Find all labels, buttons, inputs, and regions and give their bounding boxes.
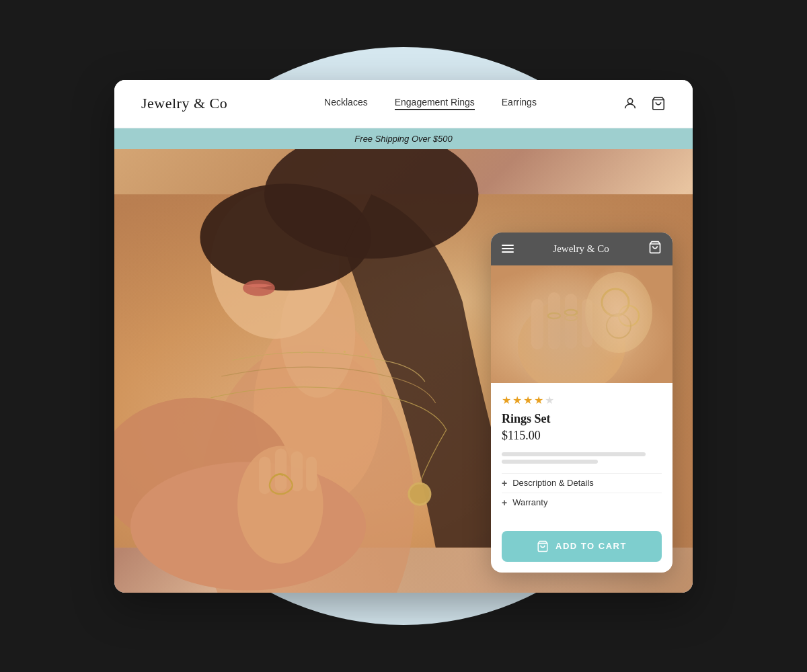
site-header: Jewelry & Co Necklaces Engagement Rings … xyxy=(114,80,693,128)
header-icons xyxy=(599,96,666,111)
star-2: ★ xyxy=(512,394,522,407)
svg-rect-18 xyxy=(275,448,287,491)
account-icon xyxy=(623,96,638,111)
svg-point-28 xyxy=(518,299,625,383)
svg-rect-27 xyxy=(491,265,672,383)
svg-rect-32 xyxy=(582,299,592,347)
star-3: ★ xyxy=(523,394,533,407)
svg-point-39 xyxy=(607,314,631,338)
text-line-2 xyxy=(502,460,598,464)
svg-point-15 xyxy=(410,484,430,503)
text-line-1 xyxy=(502,452,646,456)
svg-point-34 xyxy=(565,310,577,315)
accordion-description-label: Description & Details xyxy=(512,478,594,488)
cart-button[interactable] xyxy=(651,96,666,111)
product-price: $115.00 xyxy=(502,429,662,443)
main-nav: Necklaces Engagement Rings Earrings xyxy=(262,97,599,110)
site-logo: Jewelry & Co xyxy=(141,95,262,112)
add-to-cart-label: ADD TO CART xyxy=(555,541,627,551)
svg-point-21 xyxy=(301,351,303,353)
product-image-svg xyxy=(491,265,672,383)
svg-point-38 xyxy=(619,306,639,326)
promo-banner: Free Shipping Over $500 xyxy=(114,128,693,149)
svg-point-37 xyxy=(602,289,629,316)
product-name: Rings Set xyxy=(502,412,662,426)
hamburger-menu[interactable] xyxy=(502,245,514,253)
mobile-cart-button[interactable] xyxy=(648,241,662,257)
svg-point-24 xyxy=(365,353,367,355)
nav-engagement-rings[interactable]: Engagement Rings xyxy=(395,97,475,110)
svg-point-23 xyxy=(344,350,346,352)
accordion-plus-1: + xyxy=(502,478,507,489)
star-5: ★ xyxy=(545,394,554,407)
svg-point-13 xyxy=(243,280,275,296)
product-description-preview xyxy=(502,452,662,464)
add-to-cart-button[interactable]: ADD TO CART xyxy=(502,531,662,562)
svg-point-35 xyxy=(565,315,577,321)
hero-section: Jewelry & Co xyxy=(114,149,693,593)
accordion-warranty[interactable]: + Warranty xyxy=(502,493,662,512)
svg-rect-20 xyxy=(306,456,317,491)
star-4: ★ xyxy=(534,394,543,407)
banner-text: Free Shipping Over $500 xyxy=(354,134,452,144)
hero-background: Jewelry & Co xyxy=(114,149,693,593)
product-body: ★ ★ ★ ★ ★ Rings Set $115.00 xyxy=(491,383,672,523)
svg-point-22 xyxy=(322,349,324,351)
svg-point-0 xyxy=(627,99,632,103)
star-1: ★ xyxy=(502,394,511,407)
svg-rect-30 xyxy=(548,292,560,349)
account-button[interactable] xyxy=(623,96,638,111)
svg-rect-31 xyxy=(565,294,577,349)
accordion-plus-2: + xyxy=(502,497,507,508)
accordion-description[interactable]: + Description & Details xyxy=(502,473,662,493)
svg-point-36 xyxy=(585,272,652,353)
product-image xyxy=(491,265,672,383)
svg-rect-26 xyxy=(491,265,672,383)
mobile-logo: Jewelry & Co xyxy=(553,243,609,255)
cart-icon xyxy=(651,96,666,111)
nav-earrings[interactable]: Earrings xyxy=(502,97,537,110)
nav-necklaces[interactable]: Necklaces xyxy=(324,97,368,110)
svg-rect-29 xyxy=(531,299,543,349)
mobile-app-header: Jewelry & Co xyxy=(491,233,672,265)
svg-rect-17 xyxy=(259,456,271,494)
browser-window: Jewelry & Co Necklaces Engagement Rings … xyxy=(114,80,693,593)
mobile-product-card: Jewelry & Co xyxy=(491,233,672,573)
product-rating: ★ ★ ★ ★ ★ xyxy=(502,394,662,407)
mobile-cart-icon xyxy=(648,241,662,254)
accordion-warranty-label: Warranty xyxy=(512,497,547,507)
background-circle: Jewelry & Co Necklaces Engagement Rings … xyxy=(114,47,693,625)
cart-button-icon xyxy=(537,540,549,552)
svg-point-33 xyxy=(548,313,560,319)
